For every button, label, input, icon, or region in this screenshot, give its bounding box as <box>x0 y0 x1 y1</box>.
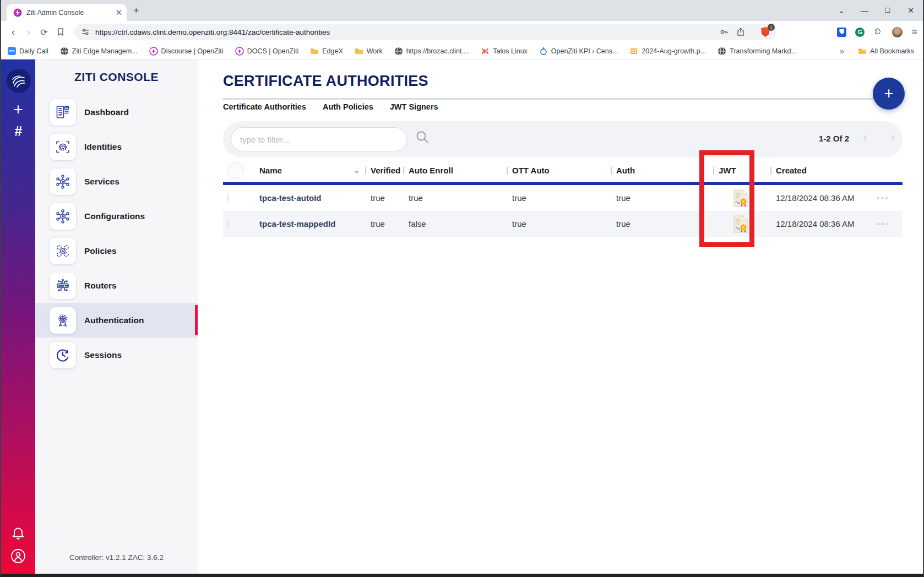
tab-auth-policies[interactable]: Auth Policies <box>323 102 373 111</box>
sidebar-item-services[interactable]: Services <box>35 164 198 199</box>
rail-add-icon[interactable]: + <box>1 100 35 119</box>
sidebar-item-configurations[interactable]: Configurations <box>35 199 198 233</box>
password-key-icon[interactable] <box>720 28 729 36</box>
ca-created: 12/18/2024 08:36 AM <box>770 193 871 203</box>
network-config-icon <box>50 203 76 230</box>
divider <box>851 47 851 56</box>
pagination-prev-icon[interactable]: ‹ <box>863 129 868 146</box>
row-menu-icon[interactable]: ••• <box>871 194 903 203</box>
back-icon[interactable]: ‹ <box>6 26 21 38</box>
gears-icon <box>50 238 76 264</box>
select-all-checkbox[interactable] <box>227 162 244 179</box>
tab-certificate-authorities[interactable]: Certificate Authorities <box>223 102 306 111</box>
ca-name[interactable]: tpca-test-autoId <box>252 193 365 203</box>
divider <box>223 98 903 100</box>
talos-wave-icon <box>481 47 490 56</box>
openziti-bolt-icon <box>149 47 158 56</box>
table-row[interactable]: tpca-test-autoId true true true true <box>223 185 903 211</box>
ziti-console-app: + # <box>1 59 923 574</box>
slides-icon <box>629 47 638 56</box>
sidebar-item-label: Routers <box>84 281 117 291</box>
globe-icon <box>60 47 69 56</box>
profile-avatar[interactable] <box>892 27 903 37</box>
bookmark-item[interactable]: Transforming Markd... <box>718 47 797 56</box>
pagination-count: 1-2 Of 2 <box>819 134 849 143</box>
sidebar-item-authentication[interactable]: Authentication <box>35 303 198 338</box>
tab-jwt-signers[interactable]: JWT Signers <box>390 102 438 111</box>
bookmarks-overflow-icon[interactable]: » <box>840 46 844 56</box>
column-header-auto-enroll[interactable]: Auto Enroll <box>403 166 507 175</box>
browser-tab[interactable]: Ziti Admin Console ✕ <box>7 4 127 21</box>
browser-window: Ziti Admin Console ✕ + ⌄ — ☐ ✕ ‹ › ⟳ htt… <box>0 0 924 577</box>
window-minimize-icon[interactable]: — <box>860 6 869 15</box>
rail-hash-icon[interactable]: # <box>1 123 35 139</box>
address-bar[interactable]: https://ctrl.cdaws.clint.demo.openziti.o… <box>74 24 776 40</box>
browser-menu-icon[interactable]: ≡ <box>911 26 917 38</box>
tab-title: Ziti Admin Console <box>26 9 115 17</box>
window-maximize-icon[interactable]: ☐ <box>883 7 892 14</box>
network-icon <box>50 168 76 195</box>
url-text[interactable]: https://ctrl.cdaws.clint.demo.openziti.o… <box>95 28 720 36</box>
column-header-auth[interactable]: Auth <box>611 166 713 175</box>
user-profile-icon[interactable] <box>10 548 26 564</box>
clock-icon <box>50 342 76 368</box>
bookmark-item[interactable]: Work <box>355 47 383 56</box>
award-icon <box>50 307 76 334</box>
row-checkbox[interactable] <box>227 193 229 203</box>
tab-search-chevron-icon[interactable]: ⌄ <box>837 6 846 15</box>
sidebar-item-identities[interactable]: Identities <box>35 129 198 164</box>
bookmark-item[interactable]: Discourse | OpenZiti <box>149 47 224 56</box>
column-header-name[interactable]: Name⌄ <box>252 166 365 175</box>
column-header-verified[interactable]: Verified <box>365 166 403 175</box>
forward-icon[interactable]: › <box>21 26 36 38</box>
bookmark-item[interactable]: Ziti Edge Managem... <box>60 47 138 56</box>
bookmark-item[interactable]: https://brozac.clint.... <box>394 47 470 56</box>
ca-ott-auto: true <box>507 219 611 228</box>
search-icon[interactable] <box>415 129 430 145</box>
pagination-next-icon[interactable]: › <box>890 129 895 146</box>
column-header-ott-auto[interactable]: OTT Auto <box>507 166 611 175</box>
grammarly-extension-icon[interactable]: G <box>855 28 865 37</box>
bitwarden-extension-icon[interactable] <box>837 28 846 37</box>
sidebar-nav: Dashboard Identities <box>35 95 198 372</box>
bookmarks-bar: zm Daily Call Ziti Edge Managem... Disco… <box>1 43 923 59</box>
dashboard-icon <box>50 99 76 126</box>
bookmark-item[interactable]: zm Daily Call <box>8 47 48 55</box>
row-menu-icon[interactable]: ••• <box>871 220 903 228</box>
new-tab-icon[interactable]: + <box>133 6 139 15</box>
bookmark-item[interactable]: Talos Linux <box>481 47 528 56</box>
sidebar-item-dashboard[interactable]: Dashboard <box>35 95 198 129</box>
divider <box>753 28 753 36</box>
filter-input-wrapper <box>231 127 407 151</box>
table-row[interactable]: tpca-test-mappedId true false true true <box>223 211 903 237</box>
all-bookmarks-button[interactable]: All Bookmarks <box>858 47 914 56</box>
ziti-logo[interactable] <box>7 69 31 93</box>
sort-chevron-icon[interactable]: ⌄ <box>354 166 360 175</box>
filter-input[interactable] <box>240 135 398 144</box>
bookmark-icon[interactable] <box>56 28 65 36</box>
column-header-created[interactable]: Created <box>770 166 871 175</box>
bookmark-item[interactable]: 2024-Aug-growth.p... <box>629 47 706 56</box>
ca-name[interactable]: tpca-test-mappedId <box>252 219 365 228</box>
extensions-puzzle-icon[interactable] <box>873 27 883 37</box>
bookmark-item[interactable]: OpenZiti KPI › Cens... <box>539 47 618 56</box>
ca-verified: true <box>365 193 403 203</box>
add-certificate-authority-button[interactable]: + <box>873 78 905 110</box>
sidebar-item-sessions[interactable]: Sessions <box>35 338 198 372</box>
tab-close-icon[interactable]: ✕ <box>115 8 122 17</box>
bookmark-item[interactable]: DOCS | OpenZiti <box>235 47 299 56</box>
notifications-bell-icon[interactable] <box>11 526 25 541</box>
row-checkbox[interactable] <box>227 219 229 229</box>
site-settings-icon[interactable] <box>81 28 90 36</box>
globe-icon <box>718 47 726 56</box>
brave-shield-icon[interactable]: 1 <box>761 27 771 37</box>
reload-icon[interactable]: ⟳ <box>36 27 52 37</box>
share-icon[interactable] <box>736 28 745 36</box>
sidebar-item-policies[interactable]: Policies <box>35 233 198 268</box>
bookmark-item[interactable]: EdgeX <box>310 47 343 56</box>
window-close-icon[interactable]: ✕ <box>906 6 915 15</box>
ca-auto-enroll: false <box>403 219 507 228</box>
openziti-bolt-icon <box>235 47 244 56</box>
sidebar-item-routers[interactable]: Routers <box>35 268 198 303</box>
folder-icon <box>355 47 363 56</box>
